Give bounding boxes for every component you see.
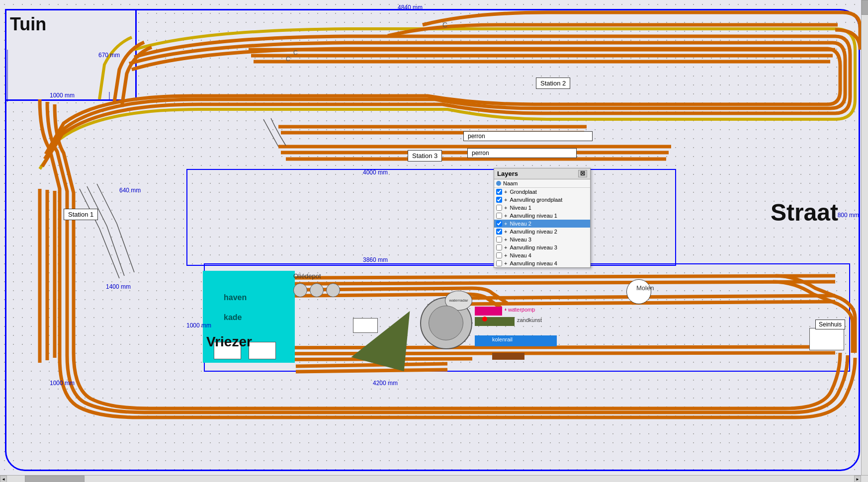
layers-header: Layers ☒ [494,168,590,179]
layer-prefix-aanvulling_niveau3: + [504,244,507,250]
layer-item-aanvulling_grondplaat[interactable]: +Aanvulling grondplaat [494,196,590,204]
scroll-left-arrow[interactable]: ◄ [0,476,7,482]
layer-label-aanvulling_niveau1: Aanvulling niveau 1 [510,213,557,219]
waterpomp-label: • waterpomp [505,307,535,313]
oliedepot-label: Oliédepot [293,272,321,280]
layers-list: +Grondplaat+Aanvulling grondplaat+Niveau… [494,188,590,267]
dim-1000-3: 1000 mm [50,380,75,387]
station2-box: Station 2 [536,78,570,89]
layer-item-niveau1[interactable]: +Niveau 1 [494,204,590,212]
layer-item-aanvulling_niveau1[interactable]: +Aanvulling niveau 1 [494,212,590,220]
molen-label: Molen [636,284,654,292]
layers-col-header: Naam [494,179,590,188]
scrollbar-bottom[interactable]: ◄ ► [0,475,868,482]
layer-item-aanvulling_niveau3[interactable]: +Aanvulling niveau 3 [494,243,590,251]
waterradar-label: waterradar [449,299,468,303]
haven-label: haven [224,293,247,302]
layer-item-niveau3[interactable]: +Niveau 3 [494,236,590,243]
layer-label-niveau4: Niveau 4 [510,252,531,258]
layer-checkbox-aanvulling_niveau1[interactable] [496,213,502,219]
layers-panel: Layers ☒ Naam +Grondplaat+Aanvulling gro… [494,168,591,268]
sandkunst-box [475,317,515,326]
layer-checkbox-niveau4[interactable] [496,252,502,258]
layer-label-niveau1: Niveau 1 [510,205,531,211]
layer-checkbox-grondplaat[interactable] [496,189,502,195]
layer-prefix-aanvulling_niveau1: + [504,213,507,219]
seinhuis-label: Seinhuis [819,321,842,328]
small-rect-3 [353,318,378,333]
layer-item-aanvulling_niveau2[interactable]: +Aanvulling niveau 2 [494,228,590,236]
layer-prefix-aanvulling_grondplaat: + [504,197,507,203]
dim-4200: 4200 mm [373,380,398,387]
station1-label: Station 1 [68,211,93,218]
dim-1000-2: 1000 mm [186,322,211,329]
layer-prefix-grondplaat: + [504,189,507,195]
layer-checkbox-niveau2[interactable] [496,221,502,227]
layer-item-grondplaat[interactable]: +Grondplaat [494,188,590,196]
layer-label-aanvulling_niveau2: Aanvulling niveau 2 [510,229,557,235]
layer-label-aanvulling_niveau4: Aanvulling niveau 4 [510,260,557,266]
scrollbar-right[interactable]: ▼ [861,0,868,482]
tuin-label: Tuin [10,14,46,35]
layer-prefix-niveau3: + [504,237,507,242]
station2-label: Station 2 [540,80,566,87]
dim-1000-1: 1000 mm [50,92,75,99]
layer-label-niveau3: Niveau 3 [510,237,531,242]
perron1-box: perron [463,131,593,141]
seinhuis-rect [809,328,844,350]
scrollbar-thumb-bottom[interactable] [25,476,85,482]
layers-close-button[interactable]: ☒ [578,170,587,177]
layer-label-aanvulling_niveau3: Aanvulling niveau 3 [510,244,557,250]
station1-box: Station 1 [64,209,98,220]
molen-circle [626,279,651,304]
layer-item-niveau2[interactable]: +Niveau 2 [494,220,590,228]
perron2-label: perron [472,150,489,157]
small-rect-2 [249,342,276,359]
col-color-dot [496,181,501,186]
kolenrail-label: kolenrail [492,336,513,342]
layer-prefix-niveau1: + [504,205,507,211]
layer-checkbox-aanvulling_niveau2[interactable] [496,229,502,235]
straat-label: Straat [771,199,838,226]
waterpomp-dot [482,317,487,321]
turntable-inner [429,306,463,340]
station3-box: Station 3 [408,150,442,161]
dim-4840: 4840 mm [398,4,423,11]
dim-1400: 1400 mm [106,283,131,290]
waterpomp-box [475,307,502,316]
scroll-right-arrow[interactable]: ► [854,476,861,482]
layer-checkbox-niveau3[interactable] [496,237,502,242]
layer-label-aanvulling_grondplaat: Aanvulling grondplaat [510,197,562,203]
layer-item-aanvulling_niveau4[interactable]: +Aanvulling niveau 4 [494,259,590,267]
col-naam-label: Naam [503,180,518,186]
layer-prefix-aanvulling_niveau4: + [504,260,507,266]
layer-label-grondplaat: Grondplaat [510,189,536,195]
sandkunst-label: zandkunst [517,317,542,323]
dim-4000: 4000 mm [363,169,388,176]
dim-670: 670 mm [98,52,120,59]
seinhuis-box: Seinhuis [815,320,845,329]
olie-circle-1 [293,283,307,297]
layer-checkbox-aanvulling_niveau4[interactable] [496,260,502,266]
olie-circle-2 [310,283,324,297]
layer-item-niveau4[interactable]: +Niveau 4 [494,251,590,259]
olie-circle-3 [326,283,340,297]
kolenrail-box [475,335,557,346]
layers-title: Layers [497,170,518,177]
main-canvas: Tuin Straat 4840 mm 670 mm 1000 mm 640 m… [0,0,868,482]
station3-label: Station 3 [412,152,437,160]
layer-label-niveau2: Niveau 2 [510,221,531,227]
vriezer-label: Vriezer [206,334,252,350]
layer-checkbox-aanvulling_grondplaat[interactable] [496,197,502,203]
dim-3860: 3860 mm [363,256,388,263]
dim-800: 800 mm [838,212,859,219]
cokesbak-box [492,353,524,360]
kade-label: kade [224,313,242,322]
layer-prefix-niveau2: + [504,221,507,227]
inner-region-1 [186,169,676,266]
layer-checkbox-niveau1[interactable] [496,205,502,211]
scrollbar-thumb-right[interactable] [862,0,868,15]
layer-checkbox-aanvulling_niveau3[interactable] [496,244,502,250]
dim-640: 640 mm [119,187,141,194]
layer-prefix-niveau4: + [504,252,507,258]
